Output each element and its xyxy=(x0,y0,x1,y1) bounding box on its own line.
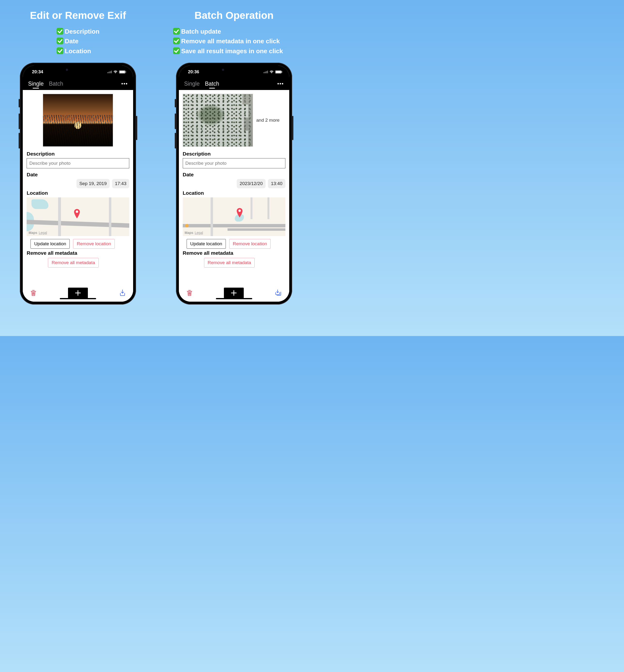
remove-all-label: Remove all metadata xyxy=(27,250,129,256)
cellular-icon xyxy=(264,71,268,73)
remove-location-button[interactable]: Remove location xyxy=(229,239,271,249)
tab-single[interactable]: Single xyxy=(28,81,44,87)
remove-all-button[interactable]: Remove all metadata xyxy=(48,258,99,268)
more-button[interactable]: ••• xyxy=(277,81,284,87)
update-location-button[interactable]: Update location xyxy=(30,239,70,249)
bullet-item: Date xyxy=(57,36,100,46)
location-label: Location xyxy=(183,190,285,196)
bullet-item: Description xyxy=(57,27,100,36)
battery-icon xyxy=(119,71,125,74)
location-map[interactable]: MapsLegal xyxy=(27,197,129,236)
status-time: 20:34 xyxy=(32,70,43,75)
status-time: 20:36 xyxy=(188,70,199,75)
bullet-item: Remove all metadata in one click xyxy=(173,36,283,46)
date-label: Date xyxy=(183,172,285,178)
check-icon xyxy=(57,47,63,54)
check-icon xyxy=(173,28,180,34)
photo-thumbnail[interactable] xyxy=(43,94,113,146)
more-photos-text: and 2 more xyxy=(256,117,280,123)
bullet-item: Batch update xyxy=(173,27,283,36)
more-button[interactable]: ••• xyxy=(121,81,128,87)
tab-bar: Single Batch ••• xyxy=(179,79,289,90)
map-attribution: MapsLegal xyxy=(29,231,47,235)
location-label: Location xyxy=(27,190,129,196)
remove-location-button[interactable]: Remove location xyxy=(73,239,115,249)
wifi-icon xyxy=(269,71,274,74)
location-map[interactable]: MapsLegal xyxy=(183,197,285,236)
save-all-button[interactable] xyxy=(275,289,282,297)
time-chip[interactable]: 17:43 xyxy=(112,179,130,188)
delete-button[interactable] xyxy=(186,289,193,297)
wifi-icon xyxy=(113,71,118,74)
check-icon xyxy=(173,37,180,44)
headline-left: Edit or Remove Exif xyxy=(30,10,126,21)
tab-batch[interactable]: Batch xyxy=(205,81,219,87)
headline-right: Batch Operation xyxy=(194,10,274,21)
phone-mockup-left: 20:34 Single Batch ••• Description Date xyxy=(20,63,136,304)
svg-point-0 xyxy=(76,211,78,213)
photo-thumbnail[interactable] xyxy=(183,94,253,146)
date-label: Date xyxy=(27,172,129,178)
map-pin-icon xyxy=(236,208,243,218)
map-pin-icon xyxy=(74,209,80,219)
delete-button[interactable] xyxy=(30,289,37,297)
content-area: Description Date Sep 19, 2019 17:43 Loca… xyxy=(23,90,133,284)
content-area: and 2 more Description Date 2023/12/20 1… xyxy=(179,90,289,284)
home-indicator xyxy=(216,298,252,299)
panel-left: Edit or Remove Exif Description Date Loc… xyxy=(0,0,156,336)
cellular-icon xyxy=(107,71,112,73)
remove-all-label: Remove all metadata xyxy=(183,250,285,256)
bullets-right: Batch update Remove all metadata in one … xyxy=(173,27,283,56)
update-location-button[interactable]: Update location xyxy=(187,239,226,249)
check-icon xyxy=(173,47,180,54)
date-chip[interactable]: 2023/12/20 xyxy=(237,179,265,188)
tab-bar: Single Batch ••• xyxy=(23,79,133,90)
description-input[interactable] xyxy=(27,158,129,168)
home-indicator xyxy=(60,298,96,299)
svg-point-1 xyxy=(238,210,241,212)
time-chip[interactable]: 13:40 xyxy=(268,179,285,188)
description-label: Description xyxy=(27,151,129,157)
remove-all-button[interactable]: Remove all metadata xyxy=(204,258,255,268)
check-icon xyxy=(57,28,63,34)
save-button[interactable] xyxy=(119,289,126,297)
add-button[interactable] xyxy=(224,288,244,298)
tab-single[interactable]: Single xyxy=(184,81,200,87)
tab-batch[interactable]: Batch xyxy=(49,81,63,87)
description-input[interactable] xyxy=(183,158,285,168)
bullet-item: Location xyxy=(57,46,100,56)
battery-icon xyxy=(275,71,282,74)
panel-right: Batch Operation Batch update Remove all … xyxy=(156,0,312,336)
add-button[interactable] xyxy=(68,288,88,298)
date-chip[interactable]: Sep 19, 2019 xyxy=(77,179,110,188)
bullets-left: Description Date Location xyxy=(57,27,100,56)
phone-mockup-right: 20:36 Single Batch ••• and 2 more Descri… xyxy=(176,63,292,304)
map-attribution: MapsLegal xyxy=(185,231,203,235)
check-icon xyxy=(57,37,63,44)
bullet-item: Save all result images in one click xyxy=(173,46,283,56)
description-label: Description xyxy=(183,151,285,157)
